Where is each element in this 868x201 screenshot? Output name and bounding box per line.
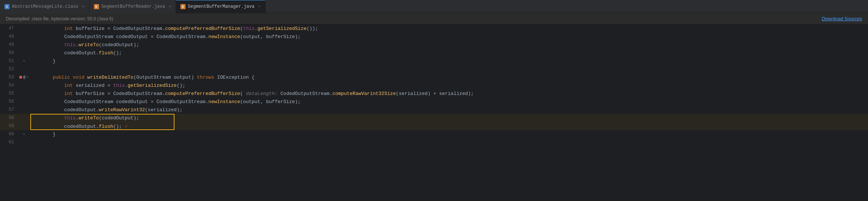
gutter-60: ▾	[18, 132, 30, 136]
annotation-icon-53: @	[23, 75, 26, 79]
code-59: codedOutput.flush(); ✓	[30, 123, 868, 129]
code-line-51: 51 ▾ }	[0, 57, 868, 65]
tab-segment-buffer-reader[interactable]: E SegmentBufferReader.java ×	[89, 0, 176, 13]
code-51: }	[30, 58, 868, 64]
tab-icon-e2: E	[180, 4, 186, 9]
gutter-53: @ ▾	[18, 75, 30, 79]
code-50: codedOutput.flush();	[30, 50, 868, 56]
line-num-55: 55	[0, 91, 18, 96]
code-line-53: 53 @ ▾ public void writeDelimitedTo(Outp…	[0, 73, 868, 81]
code-line-59: 59 codedOutput.flush(); ✓	[0, 122, 868, 130]
gutter-51: ▾	[18, 59, 30, 63]
line-num-53: 53	[0, 75, 18, 80]
tab-bar: C AbstractMessageLite.class × E SegmentB…	[0, 0, 868, 13]
tab-close-reader[interactable]: ×	[169, 4, 171, 9]
code-55: int bufferSize = CodedOutputStream.compu…	[30, 91, 868, 96]
code-53: public void writeDelimitedTo(OutputStrea…	[30, 75, 868, 80]
code-line-47: 47 int bufferSize = CodedOutputStream.co…	[0, 24, 868, 33]
fold-icon-53: ▾	[27, 75, 29, 79]
checkmark-icon: ✓	[125, 123, 128, 129]
line-num-49: 49	[0, 42, 18, 47]
download-sources-link[interactable]: Download Sources	[822, 16, 862, 21]
line-num-59: 59	[0, 123, 18, 129]
code-line-55: 55 int bufferSize = CodedOutputStream.co…	[0, 89, 868, 98]
tab-icon-e1: E	[94, 4, 99, 9]
fold-icon-60: ▾	[23, 132, 25, 136]
tab-label-abstract: AbstractMessageLite.class	[12, 4, 78, 9]
line-num-50: 50	[0, 50, 18, 55]
tab-segment-buffer-manager[interactable]: E SegmentBufferManager.java ×	[176, 0, 265, 13]
line-num-60: 60	[0, 132, 18, 137]
line-num-56: 56	[0, 99, 18, 104]
code-58: this.writeTo(codedOutput);	[30, 115, 868, 121]
code-area: 47 int bufferSize = CodedOutputStream.co…	[0, 24, 868, 201]
code-line-60: 60 ▾ }	[0, 130, 868, 138]
code-line-61: 61	[0, 138, 868, 146]
code-line-52: 52	[0, 65, 868, 73]
tab-abstract-message[interactable]: C AbstractMessageLite.class ×	[0, 0, 89, 13]
line-num-54: 54	[0, 83, 18, 88]
line-num-51: 51	[0, 58, 18, 64]
code-line-54: 54 int serialized = this.getSerializedSi…	[0, 81, 868, 89]
tab-icon-c: C	[4, 4, 10, 9]
code-line-58: 58 this.writeTo(codedOutput);	[0, 114, 868, 122]
highlighted-region: 58 this.writeTo(codedOutput); 59 codedOu…	[0, 114, 868, 130]
code-54: int serialized = this.getSerializedSize(…	[30, 83, 868, 88]
tab-label-manager: SegmentBufferManager.java	[188, 4, 254, 9]
line-num-61: 61	[0, 140, 18, 145]
line-num-57: 57	[0, 107, 18, 112]
info-bar: Decompiled .class file, bytecode version…	[0, 13, 868, 24]
breakpoint-icon-53	[19, 76, 22, 79]
fold-icon-51: ▾	[23, 59, 25, 63]
line-num-47: 47	[0, 26, 18, 31]
code-57: codedOutput.writeRawVarint32(serialized)…	[30, 107, 868, 113]
code-61	[30, 140, 868, 145]
line-num-48: 48	[0, 34, 18, 39]
decompiled-info-text: Decompiled .class file, bytecode version…	[6, 16, 113, 21]
code-56: CodedOutputStream codedOutput = CodedOut…	[30, 99, 868, 105]
tab-close-abstract[interactable]: ×	[82, 4, 85, 9]
tab-close-manager[interactable]: ×	[258, 4, 261, 9]
line-num-52: 52	[0, 67, 18, 72]
code-line-49: 49 this.writeTo(codedOutput);	[0, 41, 868, 49]
code-line-48: 48 CodedOutputStream codedOutput = Coded…	[0, 33, 868, 41]
code-line-56: 56 CodedOutputStream codedOutput = Coded…	[0, 98, 868, 106]
code-60: }	[30, 132, 868, 137]
code-48: CodedOutputStream codedOutput = CodedOut…	[30, 34, 868, 40]
line-num-58: 58	[0, 115, 18, 120]
code-line-50: 50 codedOutput.flush();	[0, 49, 868, 57]
code-52	[30, 67, 868, 72]
tab-label-reader: SegmentBufferReader.java	[101, 4, 165, 9]
code-49: this.writeTo(codedOutput);	[30, 42, 868, 48]
code-line-57: 57 codedOutput.writeRawVarint32(serializ…	[0, 106, 868, 114]
code-47: int bufferSize = CodedOutputStream.compu…	[30, 26, 868, 31]
